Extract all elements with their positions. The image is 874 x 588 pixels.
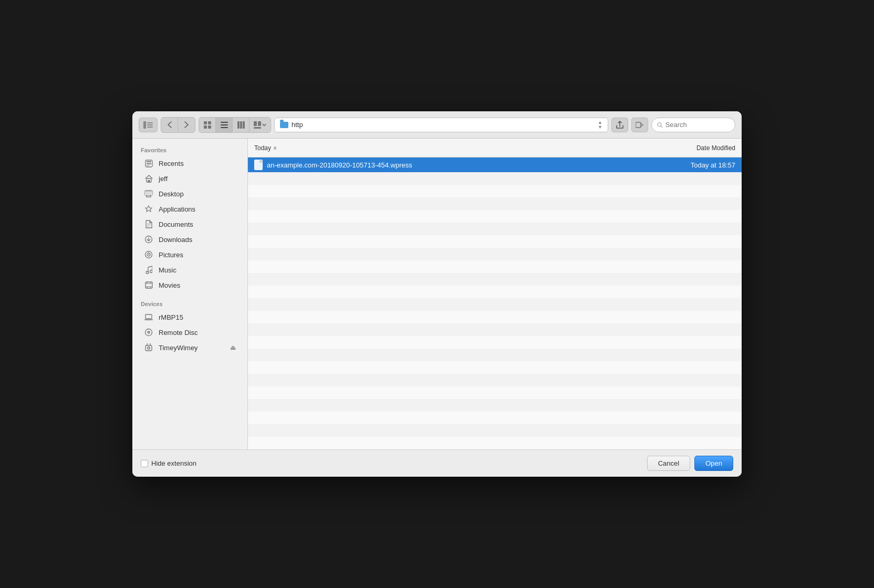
svg-rect-42	[145, 282, 152, 288]
path-arrows-icon: ▲ ▼	[598, 120, 602, 130]
path-bar-content: http	[280, 121, 303, 129]
sidebar-item-label: Pictures	[159, 251, 183, 259]
favorites-section-title: Favorites	[132, 143, 247, 155]
empty-row	[248, 386, 742, 399]
svg-rect-11	[237, 121, 240, 129]
empty-row	[248, 399, 742, 412]
sidebar: Favorites Recents jeff Desktop	[132, 139, 248, 449]
svg-rect-14	[254, 121, 257, 126]
svg-rect-22	[147, 163, 151, 164]
forward-button[interactable]	[178, 118, 195, 132]
hide-extension-control[interactable]: Hide extension	[141, 459, 196, 467]
sidebar-item-recents[interactable]: Recents	[136, 156, 244, 171]
svg-point-18	[658, 122, 661, 126]
empty-row	[248, 248, 742, 260]
svg-rect-4	[204, 121, 207, 124]
sidebar-item-remote-disc[interactable]: Remote Disc	[136, 325, 244, 340]
desktop-icon	[144, 189, 153, 198]
downloads-icon	[144, 235, 153, 244]
cancel-button[interactable]: Cancel	[647, 456, 690, 471]
column-date-header: Date Modified	[637, 140, 742, 156]
svg-rect-13	[243, 121, 245, 129]
empty-row	[248, 374, 742, 386]
svg-rect-28	[145, 191, 152, 192]
applications-icon	[144, 204, 153, 214]
svg-rect-12	[240, 121, 242, 129]
open-button[interactable]: Open	[694, 456, 733, 471]
table-row[interactable]: an-example.com-20180920-105713-454.wpres…	[248, 158, 742, 172]
sidebar-item-label: jeff	[159, 175, 168, 183]
path-bar[interactable]: http ▲ ▼	[274, 118, 608, 132]
content-area: Favorites Recents jeff Desktop	[132, 139, 742, 449]
sidebar-item-label: Applications	[159, 205, 195, 213]
empty-row	[248, 185, 742, 197]
sidebar-item-label: TimeyWimey	[159, 344, 198, 352]
view-gallery-button[interactable]	[249, 118, 270, 132]
sidebar-item-downloads[interactable]: Downloads	[136, 232, 244, 247]
sidebar-item-music[interactable]: Music	[136, 262, 244, 277]
sidebar-item-label: Documents	[159, 220, 193, 228]
svg-rect-16	[254, 127, 261, 129]
back-button[interactable]	[161, 118, 178, 132]
devices-section-title: Devices	[132, 297, 247, 309]
hide-extension-checkbox[interactable]	[141, 460, 148, 467]
svg-rect-5	[208, 121, 211, 124]
share-button[interactable]	[611, 118, 628, 132]
svg-rect-17	[636, 122, 641, 128]
svg-rect-6	[204, 125, 207, 129]
file-list-header: Today ∧ Date Modified	[248, 139, 742, 158]
sidebar-item-label: Remote Disc	[159, 329, 197, 337]
view-icons-button[interactable]	[199, 118, 216, 132]
sidebar-item-timey-wimey[interactable]: TimeyWimey ⏏	[136, 340, 244, 355]
sidebar-item-desktop[interactable]: Desktop	[136, 186, 244, 201]
empty-row	[248, 349, 742, 361]
view-columns-button[interactable]	[233, 118, 249, 132]
sidebar-item-jeff[interactable]: jeff	[136, 171, 244, 186]
view-list-button[interactable]	[216, 118, 233, 132]
empty-row	[248, 273, 742, 286]
empty-row	[248, 361, 742, 374]
sidebar-toggle-button[interactable]	[139, 118, 158, 132]
empty-row	[248, 323, 742, 336]
svg-rect-0	[143, 121, 146, 129]
finder-window: http ▲ ▼ Favorites	[132, 111, 742, 477]
empty-row	[248, 298, 742, 311]
label-button[interactable]	[631, 118, 648, 132]
svg-rect-2	[147, 124, 153, 125]
svg-rect-10	[221, 127, 228, 128]
svg-rect-15	[258, 121, 261, 126]
svg-rect-49	[145, 314, 152, 319]
empty-row	[248, 235, 742, 248]
empty-row	[248, 437, 742, 449]
sidebar-item-label: rMBP15	[159, 313, 183, 321]
home-icon	[144, 174, 153, 183]
bottom-buttons: Cancel Open	[647, 456, 733, 471]
sidebar-item-applications[interactable]: Applications	[136, 202, 244, 216]
svg-point-54	[148, 332, 149, 333]
column-name-header[interactable]: Today ∧	[248, 140, 637, 156]
file-list: Today ∧ Date Modified an-example.com-201…	[248, 139, 742, 449]
svg-rect-7	[208, 125, 211, 129]
nav-button-group	[161, 117, 195, 133]
sidebar-item-rmbp15[interactable]: rMBP15	[136, 310, 244, 324]
svg-point-41	[150, 270, 152, 273]
eject-icon[interactable]: ⏏	[230, 344, 236, 351]
sidebar-item-movies[interactable]: Movies	[136, 278, 244, 292]
empty-row	[248, 412, 742, 424]
empty-row	[248, 424, 742, 437]
sidebar-item-label: Movies	[159, 281, 180, 289]
empty-row	[248, 260, 742, 273]
svg-point-39	[148, 254, 149, 255]
svg-rect-25	[148, 180, 150, 182]
sidebar-item-pictures[interactable]: Pictures	[136, 247, 244, 262]
search-bar[interactable]	[651, 118, 735, 132]
sidebar-item-documents[interactable]: Documents	[136, 217, 244, 232]
search-input[interactable]	[665, 121, 730, 129]
music-icon	[144, 265, 153, 275]
timemachine-icon	[144, 343, 153, 352]
sidebar-item-label: Downloads	[159, 236, 192, 244]
empty-row	[248, 197, 742, 210]
movies-icon	[144, 280, 153, 290]
svg-rect-23	[147, 165, 149, 166]
empty-row	[248, 223, 742, 235]
